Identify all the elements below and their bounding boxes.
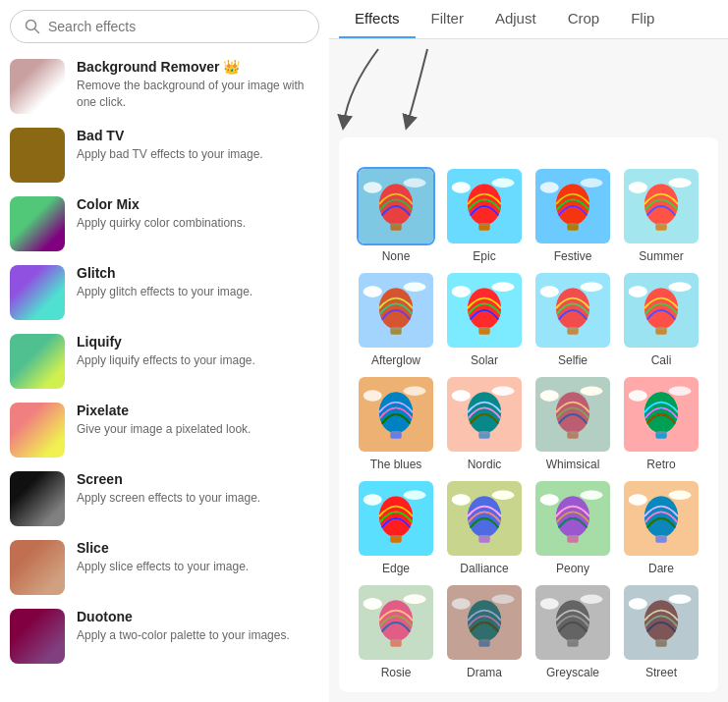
filter-cell-greyscale[interactable]: Greyscale <box>532 583 614 679</box>
effect-thumb-bad-tv <box>10 128 65 183</box>
svg-point-136 <box>629 598 647 609</box>
effect-item-glitch[interactable]: Glitch Apply glitch effects to your imag… <box>10 265 319 320</box>
effect-thumb-background-remover <box>10 59 65 114</box>
filter-label-rosie: Rosie <box>381 666 412 679</box>
filter-thumb-peony <box>533 479 612 558</box>
filter-label-retro: Retro <box>646 458 675 471</box>
effect-info-pixelate: Pixelate Give your image a pixelated loo… <box>77 403 251 438</box>
effect-item-slice[interactable]: Slice Apply slice effects to your image. <box>10 540 319 595</box>
effect-desc-color-mix: Apply quirky color combinations. <box>77 215 246 232</box>
search-box[interactable] <box>10 10 319 43</box>
svg-point-108 <box>629 494 647 505</box>
filter-cell-edge[interactable]: Edge <box>355 479 437 575</box>
filter-cell-dalliance[interactable]: Dalliance <box>443 479 526 575</box>
svg-point-87 <box>364 494 382 505</box>
effects-panel: Background Remover👑 Remove the backgroun… <box>0 0 329 702</box>
effect-info-color-mix: Color Mix Apply quirky color combination… <box>77 196 246 232</box>
effects-list: Background Remover👑 Remove the backgroun… <box>10 59 319 677</box>
filter-label-nordic: Nordic <box>468 458 502 471</box>
effect-thumb-duotone <box>10 609 65 664</box>
svg-point-109 <box>669 491 692 501</box>
svg-point-137 <box>669 595 692 605</box>
arrow-area <box>329 39 728 137</box>
filter-label-epic: Epic <box>473 249 495 263</box>
filter-cell-summer[interactable]: Summer <box>620 167 702 263</box>
filter-cell-whimsical[interactable]: Whimsical <box>532 375 614 471</box>
svg-point-123 <box>492 595 515 605</box>
tab-crop[interactable]: Crop <box>552 0 616 38</box>
filter-cell-dare[interactable]: Dare <box>620 479 702 575</box>
filter-cell-selfie[interactable]: Selfie <box>532 271 614 367</box>
effect-name-pixelate: Pixelate <box>77 403 251 418</box>
filter-cell-solar[interactable]: Solar <box>443 271 526 367</box>
svg-point-81 <box>669 387 692 397</box>
filter-thumb-selfie <box>533 271 612 350</box>
effect-info-screen: Screen Apply screen effects to your imag… <box>77 471 260 507</box>
effect-thumb-pixelate <box>10 403 65 458</box>
effect-info-glitch: Glitch Apply glitch effects to your imag… <box>77 265 252 300</box>
effect-item-background-remover[interactable]: Background Remover👑 Remove the backgroun… <box>10 59 319 114</box>
filter-cell-afterglow[interactable]: Afterglow <box>355 271 437 367</box>
filter-thumb-none <box>357 167 435 245</box>
right-panel: Effects Filter Adjust Crop Flip <box>329 0 728 702</box>
filter-thumb-epic <box>445 167 524 245</box>
filter-thumb-nordic <box>445 375 524 454</box>
effect-desc-pixelate: Give your image a pixelated look. <box>77 421 251 438</box>
svg-point-74 <box>581 387 603 397</box>
svg-point-59 <box>364 390 382 401</box>
tab-flip[interactable]: Flip <box>615 0 670 38</box>
svg-point-17 <box>540 182 559 192</box>
svg-point-39 <box>492 283 515 293</box>
svg-point-11 <box>492 179 515 189</box>
filter-label-the-blues: The blues <box>370 458 422 471</box>
arrows-decoration <box>329 39 624 137</box>
effect-desc-screen: Apply screen effects to your image. <box>77 490 260 507</box>
filter-cell-epic[interactable]: Epic <box>443 167 526 263</box>
effect-name-liquify: Liquify <box>77 334 255 350</box>
filter-cell-none[interactable]: None <box>355 167 437 263</box>
effect-thumb-slice <box>10 540 65 595</box>
filter-cell-street[interactable]: Street <box>620 583 702 679</box>
effect-item-liquify[interactable]: Liquify Apply liquify effects to your im… <box>10 334 319 389</box>
filter-thumb-summer <box>622 167 700 245</box>
tab-adjust[interactable]: Adjust <box>479 0 552 38</box>
effect-desc-slice: Apply slice effects to your image. <box>77 559 249 575</box>
effect-desc-duotone: Apply a two-color palette to your images… <box>77 627 290 644</box>
filter-cell-cali[interactable]: Cali <box>620 271 702 367</box>
effect-desc-bad-tv: Apply bad TV effects to your image. <box>77 146 263 163</box>
tab-effects[interactable]: Effects <box>339 0 416 38</box>
filter-label-greyscale: Greyscale <box>546 666 599 679</box>
effect-item-color-mix[interactable]: Color Mix Apply quirky color combination… <box>10 196 319 251</box>
svg-point-94 <box>452 494 471 505</box>
filter-cell-the-blues[interactable]: The blues <box>355 375 437 471</box>
search-input[interactable] <box>48 19 305 34</box>
effect-item-bad-tv[interactable]: Bad TV Apply bad TV effects to your imag… <box>10 128 319 183</box>
svg-point-45 <box>540 286 559 297</box>
crown-icon: 👑 <box>223 59 240 75</box>
effect-item-duotone[interactable]: Duotone Apply a two-color palette to you… <box>10 609 319 664</box>
svg-point-80 <box>629 390 647 401</box>
filter-thumb-greyscale <box>533 583 612 662</box>
filter-label-edge: Edge <box>382 562 410 575</box>
filter-label-cali: Cali <box>651 353 672 367</box>
filters-area: None Epic Festive <box>339 137 718 692</box>
svg-point-66 <box>452 390 471 401</box>
filter-thumb-cali <box>622 271 700 350</box>
effect-item-pixelate[interactable]: Pixelate Give your image a pixelated loo… <box>10 403 319 458</box>
filter-thumb-dare <box>622 479 700 558</box>
effect-info-liquify: Liquify Apply liquify effects to your im… <box>77 334 255 369</box>
svg-line-1 <box>35 29 39 33</box>
svg-point-116 <box>404 595 426 605</box>
effect-item-screen[interactable]: Screen Apply screen effects to your imag… <box>10 471 319 526</box>
filter-cell-retro[interactable]: Retro <box>620 375 702 471</box>
filter-cell-peony[interactable]: Peony <box>532 479 614 575</box>
filter-cell-nordic[interactable]: Nordic <box>443 375 526 471</box>
svg-point-73 <box>540 390 559 401</box>
filter-label-whimsical: Whimsical <box>546 458 600 471</box>
filter-thumb-afterglow <box>357 271 435 350</box>
filter-cell-festive[interactable]: Festive <box>532 167 614 263</box>
tab-filter[interactable]: Filter <box>416 0 479 38</box>
filter-cell-drama[interactable]: Drama <box>443 583 526 679</box>
filter-cell-rosie[interactable]: Rosie <box>355 583 437 679</box>
filter-label-solar: Solar <box>471 353 498 367</box>
